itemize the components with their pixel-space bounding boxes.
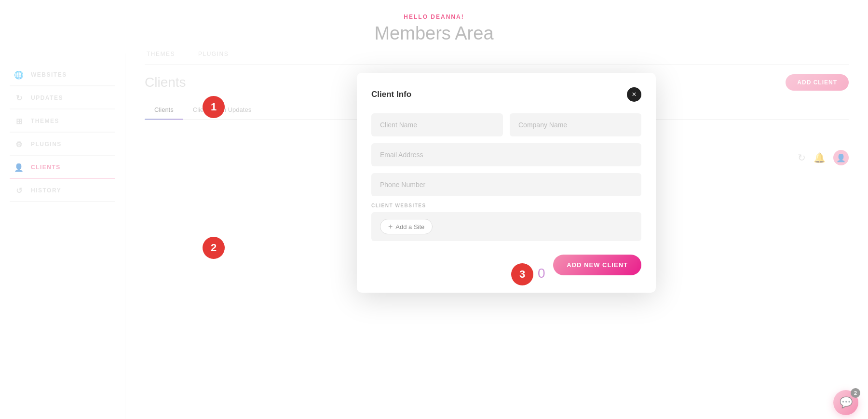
modal-title: Client Info (371, 90, 411, 99)
badge3-number: 0 (538, 266, 545, 281)
modal-close-button[interactable]: × (627, 87, 641, 102)
company-name-input[interactable] (510, 113, 641, 136)
add-site-button[interactable]: + Add a Site (380, 219, 433, 234)
add-new-client-button[interactable]: ADD NEW CLIENT (553, 255, 641, 275)
phone-input[interactable] (371, 173, 641, 196)
sites-area: + Add a Site (371, 212, 641, 241)
client-name-input[interactable] (371, 113, 503, 136)
websites-label: CLIENT WEBSITES (371, 203, 641, 208)
greeting: HELLO DEANNA! (0, 0, 868, 23)
plus-icon: + (388, 222, 393, 231)
step-badge-1: 1 (203, 96, 225, 118)
modal: Client Info × CLIENT WEBSITES + Add a Si… (357, 73, 656, 293)
add-site-label: Add a Site (395, 223, 424, 230)
main-title: Members Area (0, 23, 868, 44)
step-badge-2: 2 (203, 237, 225, 259)
step-badge-3: 3 (511, 263, 533, 285)
email-input[interactable] (371, 143, 641, 166)
